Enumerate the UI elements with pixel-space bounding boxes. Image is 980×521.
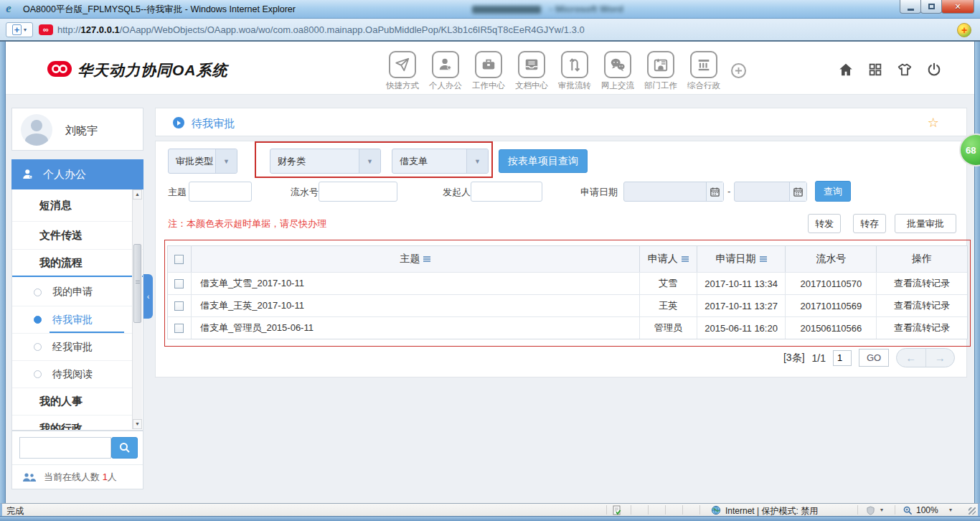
chevron-down-icon[interactable]: ▾ [949,507,952,513]
window-frame-left [0,42,6,503]
separator [699,505,700,515]
resize-grip[interactable] [969,507,976,515]
sidebar-item-file-transfer[interactable]: 文件传送 [12,221,134,249]
column-header-apply-date[interactable]: 申请日期 [697,246,786,272]
sidebar-collapse-handle[interactable]: ‹ [143,274,153,319]
calendar-icon[interactable] [706,182,723,201]
home-icon[interactable] [838,62,854,78]
row-view-flow-link[interactable]: 查看流转记录 [876,295,967,316]
date-dash: - [727,186,730,197]
row-view-flow-link[interactable]: 查看流转记录 [876,273,967,294]
sidebar-menu: 短消息 文件传送 我的流程 我的申请 待我审批 经我审批 待我阅读 我的人事 我… [11,189,143,431]
row-view-flow-link[interactable]: 查看流转记录 [876,317,967,339]
sidebar-search-panel: 当前在线人数 1人 [11,431,143,489]
save-as-button[interactable]: 转存 [853,214,886,233]
sidebar-item-approved-by-me[interactable]: 经我审批 [12,333,134,360]
row-checkbox[interactable] [174,324,184,333]
document-center-icon [518,51,545,78]
page-number-input[interactable] [833,350,852,366]
select-value: 借支单 [392,149,466,173]
sidebar-item-label: 我的流程 [39,256,83,270]
calendar-icon[interactable] [789,182,806,201]
zoom-magnifier-icon[interactable] [903,506,913,517]
filter-shield-icon[interactable] [866,506,875,517]
browser-addon-icon[interactable]: + [957,23,971,37]
select-all-checkbox[interactable] [174,255,184,264]
column-header-applicant[interactable]: 申请人 [639,246,697,272]
favorite-star-icon[interactable]: ☆ [928,115,939,131]
subject-label: 主题 [168,186,187,199]
initiator-label: 发起人 [443,186,471,199]
scroll-down-icon[interactable]: ▼ [133,419,142,429]
initiator-input[interactable] [471,182,542,202]
nav-item-document-center[interactable]: 文档中心 [514,51,549,91]
form-item-query-button[interactable]: 按表单项目查询 [499,149,588,173]
zoom-level[interactable]: 100% [916,505,938,515]
query-button[interactable]: 查询 [815,181,851,202]
nav-label: 审批流转 [558,80,591,91]
minimize-icon [908,9,914,11]
page-title-panel: 待我审批 ☆ [155,108,967,136]
scroll-up-icon[interactable]: ▲ [133,189,142,200]
column-header-subject[interactable]: 主题 [191,246,639,272]
sidebar-section-personal-office[interactable]: 个人办公 [11,159,143,189]
sidebar-item-pending-read[interactable]: 待我阅读 [12,360,134,388]
nav-item-work-center[interactable]: 工作中心 [471,51,506,91]
category-select[interactable]: 财务类 ▼ [270,149,381,174]
sidebar-item-my-workflow[interactable]: 我的流程 [12,249,143,277]
subject-input[interactable] [189,182,252,202]
sidebar-item-my-admin[interactable]: 我的行政 [12,415,134,431]
nav-item-online-chat[interactable]: 网上交流 [600,51,635,91]
address-field[interactable]: http://127.0.0.1/OAapp/WebObjects/OAapp.… [57,24,585,35]
approval-table: 主题 申请人 申请日期 流水号 操作 借支单_艾雪_2017-10-11 艾雪 … [167,245,968,339]
sidebar-item-my-applications[interactable]: 我的申请 [12,278,134,306]
prev-page-icon[interactable]: ← [897,349,926,367]
table-row: 借支单_管理员_2015-06-11 管理员 2015-06-11 16:20 … [168,316,967,339]
radio-icon [34,343,42,351]
apps-grid-icon[interactable] [867,62,883,78]
add-favorite-button[interactable]: + ▾ [6,22,33,37]
row-subject-link[interactable]: 借支单_王英_2017-10-11 [191,295,639,316]
scrollbar-thumb[interactable] [133,244,141,323]
online-chat-icon [604,51,631,78]
sidebar-search-input[interactable] [19,437,111,459]
chevron-down-icon[interactable]: ▾ [880,507,883,513]
nav-item-personal-office[interactable]: 个人办公 [428,51,463,91]
date-to-input[interactable] [734,182,807,202]
column-label: 申请日期 [716,253,756,266]
nav-item-approval-flow[interactable]: 审批流转 [557,51,592,91]
nav-item-shortcuts[interactable]: 快捷方式 [385,51,420,91]
forward-button[interactable]: 转发 [808,214,841,233]
sidebar-scrollbar[interactable]: ▲ ▼ [132,189,142,429]
form-type-select[interactable]: 借支单 ▼ [392,149,489,174]
date-from-input[interactable] [623,182,724,202]
go-button[interactable]: GO [859,349,889,367]
approval-content-panel: 审批类型 ▼ 财务类 ▼ 借支单 ▼ 按表单项目查询 主题 流水号 发起人 申请… [155,141,967,377]
online-count: 1 [103,471,108,482]
row-checkbox[interactable] [174,279,184,288]
nav-item-department-work[interactable]: 部门工作 [644,51,678,91]
maximize-button[interactable] [920,0,942,14]
next-page-icon[interactable]: → [926,349,955,367]
minimize-button[interactable] [900,0,921,14]
close-button[interactable]: ✕ [941,0,974,14]
chevron-down-icon: ▼ [215,149,237,173]
batch-approve-button[interactable]: 批量审批 [895,214,956,233]
add-module-button[interactable] [731,63,746,78]
sidebar-item-my-hr[interactable]: 我的人事 [12,388,134,415]
search-button[interactable] [111,437,138,459]
approval-type-select[interactable]: 审批类型 ▼ [168,149,237,174]
row-subject-link[interactable]: 借支单_管理员_2015-06-11 [191,317,639,339]
separator [606,505,607,515]
sidebar-item-label: 待我阅读 [52,368,93,381]
theme-shirt-icon[interactable] [897,62,913,78]
main-nav-toolbar: 快捷方式 个人办公 工作中心 文档中心 审批流转 网上交流 [385,51,721,91]
serial-input[interactable] [319,182,397,202]
sidebar-item-pending-approval[interactable]: 待我审批 [12,306,134,333]
power-icon[interactable] [926,62,942,78]
row-checkbox[interactable] [174,301,184,311]
row-subject-link[interactable]: 借支单_艾雪_2017-10-11 [191,273,639,294]
nav-item-admin-affairs[interactable]: 综合行政 [687,51,721,91]
nav-label: 个人办公 [429,80,462,91]
sidebar-item-messages[interactable]: 短消息 [12,189,134,221]
